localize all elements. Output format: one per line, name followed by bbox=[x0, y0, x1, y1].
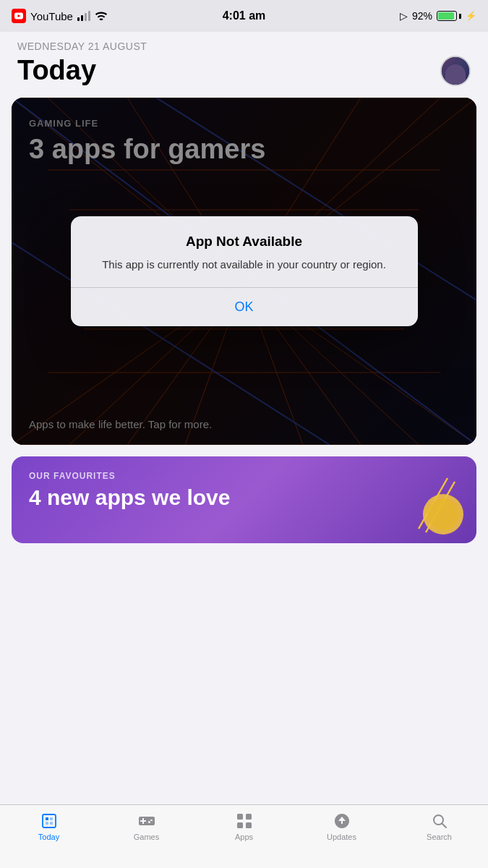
tab-search-label: Search bbox=[427, 833, 452, 841]
page-title: Today bbox=[17, 55, 96, 86]
tab-updates[interactable]: Updates bbox=[293, 812, 390, 841]
svg-rect-32 bbox=[50, 817, 53, 820]
date-label: WEDNESDAY 21 AUGUST bbox=[17, 41, 471, 52]
charging-icon: ⚡ bbox=[466, 11, 476, 21]
svg-rect-35 bbox=[237, 814, 243, 820]
battery-icon bbox=[437, 11, 461, 21]
main-content: WEDNESDAY 21 AUGUST Today bbox=[0, 32, 488, 804]
svg-rect-31 bbox=[46, 817, 48, 820]
apps-icon bbox=[236, 812, 253, 830]
svg-rect-34 bbox=[50, 822, 53, 825]
tab-apps-label: Apps bbox=[235, 833, 253, 841]
avatar-image bbox=[442, 57, 469, 85]
alert-dialog: App Not Available This app is currently … bbox=[71, 216, 418, 326]
second-card-tag: OUR FAVOURITES bbox=[29, 471, 459, 481]
tab-today-label: Today bbox=[38, 833, 59, 841]
today-icon bbox=[40, 812, 58, 830]
status-bar: YouTube 4:01 am ▷ 92% ⚡ bbox=[0, 0, 488, 32]
battery-percent: 92% bbox=[412, 10, 432, 22]
alert-body: App Not Available This app is currently … bbox=[71, 216, 418, 287]
search-icon bbox=[431, 812, 448, 830]
svg-rect-37 bbox=[237, 822, 243, 828]
tab-games-label: Games bbox=[134, 833, 159, 841]
tab-search[interactable]: Search bbox=[390, 812, 488, 841]
location-icon: ▷ bbox=[400, 10, 408, 22]
signal-icon bbox=[77, 11, 90, 21]
tab-games[interactable]: Games bbox=[98, 812, 195, 841]
status-right: ▷ 92% ⚡ bbox=[400, 10, 476, 22]
dialog-overlay: App Not Available This app is currently … bbox=[12, 98, 476, 445]
svg-point-29 bbox=[427, 498, 459, 530]
games-icon bbox=[138, 812, 155, 830]
alert-message: This app is currently not available in y… bbox=[88, 257, 401, 273]
svg-rect-36 bbox=[246, 814, 252, 820]
tab-today[interactable]: Today bbox=[0, 812, 98, 841]
svg-rect-33 bbox=[46, 822, 48, 825]
tab-bar: Today Games Apps Updates Search bbox=[0, 804, 488, 868]
app-name-label: YouTube bbox=[30, 10, 73, 22]
today-header: WEDNESDAY 21 AUGUST Today bbox=[0, 32, 488, 98]
second-card[interactable]: OUR FAVOURITES 4 new apps we love bbox=[12, 456, 476, 543]
youtube-app-icon bbox=[12, 9, 26, 23]
svg-rect-30 bbox=[43, 814, 56, 827]
featured-card[interactable]: GAMING LIFE 3 apps for gamers Apps to ma… bbox=[12, 98, 476, 445]
alert-title: App Not Available bbox=[88, 234, 401, 250]
coin-decoration bbox=[421, 493, 465, 536]
wifi-icon bbox=[95, 10, 108, 22]
tab-updates-label: Updates bbox=[327, 833, 356, 841]
today-title-row: Today bbox=[17, 55, 471, 86]
tab-apps[interactable]: Apps bbox=[195, 812, 293, 841]
svg-rect-38 bbox=[246, 822, 252, 828]
ok-button[interactable]: OK bbox=[71, 288, 418, 326]
updates-icon bbox=[333, 812, 351, 830]
avatar[interactable] bbox=[440, 56, 471, 86]
svg-line-40 bbox=[442, 824, 446, 828]
time-display: 4:01 am bbox=[223, 9, 266, 22]
status-left: YouTube bbox=[12, 9, 108, 23]
second-card-title: 4 new apps we love bbox=[29, 485, 459, 510]
alert-actions: OK bbox=[71, 288, 418, 326]
